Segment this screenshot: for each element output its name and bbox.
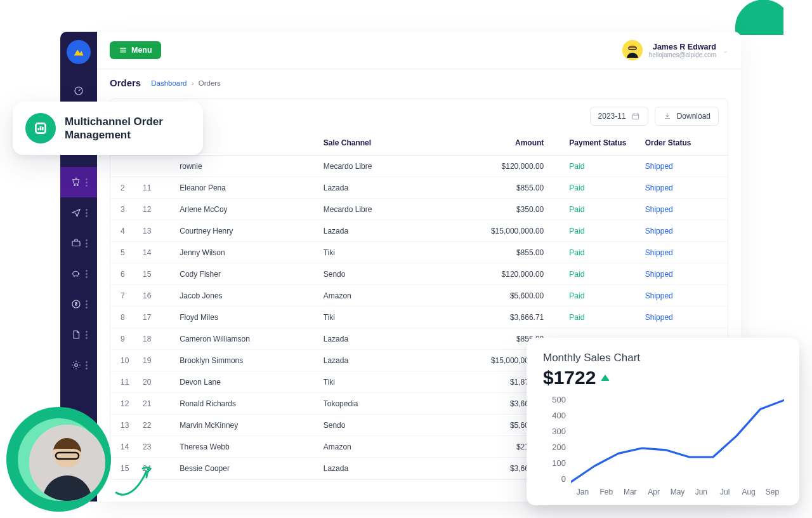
row-index-b: 15 — [136, 263, 173, 285]
menu-button[interactable]: Menu — [110, 41, 161, 59]
file-icon — [70, 329, 82, 340]
table-row[interactable]: 615Cody FisherSendo$120,000.00PaidShippe… — [110, 263, 728, 285]
sidebar-item-orders[interactable] — [60, 167, 97, 197]
row-index-b: 18 — [136, 328, 173, 350]
x-tick: Jun — [690, 488, 713, 496]
more-icon — [86, 239, 88, 248]
row-index-a: 6 — [110, 263, 136, 285]
order-status: Shipped — [639, 156, 728, 177]
sale-channel: Amazon — [317, 285, 447, 307]
amount: $350.00 — [447, 199, 557, 220]
customer-name: Eleanor Pena — [173, 177, 317, 199]
amount: $120,000.00 — [447, 263, 557, 285]
row-index-b: 22 — [136, 415, 173, 436]
more-icon — [86, 300, 88, 309]
sale-channel: Lazada — [317, 177, 447, 199]
gear-icon — [70, 359, 82, 371]
gauge-icon — [73, 85, 84, 96]
sale-channel: Tiki — [317, 371, 447, 393]
chart-bars-icon — [25, 113, 56, 143]
more-icon — [86, 178, 88, 187]
chevron-down-icon: ⌄ — [723, 46, 728, 55]
order-status: Shipped — [639, 177, 728, 199]
sidebar-item-shop[interactable] — [60, 228, 97, 258]
sale-channel: Tiki — [317, 242, 447, 263]
sale-channel: Sendo — [317, 415, 447, 436]
briefcase-icon — [70, 237, 82, 249]
more-icon — [86, 331, 88, 339]
row-index-b: 16 — [136, 285, 173, 307]
sale-channel: Lazada — [317, 458, 447, 479]
sidebar-item-billing[interactable] — [60, 289, 97, 319]
row-index-a: 4 — [110, 220, 136, 242]
page-title: Orders — [110, 77, 141, 88]
sale-channel: Tiki — [317, 307, 447, 328]
download-button[interactable]: Download — [655, 107, 719, 126]
line-chart: 5004003002001000 JanFebMarAprMayJunJulAu… — [543, 395, 784, 496]
table-row[interactable]: 817Floyd MilesTiki$3,666.71PaidShipped — [110, 307, 728, 328]
table-row[interactable]: 514Jenny WilsonTiki$855.00PaidShipped — [110, 242, 728, 263]
more-icon — [86, 209, 88, 217]
user-email: hellojames@alpide.com — [649, 51, 716, 58]
more-icon — [86, 361, 88, 369]
sidebar-item-send[interactable] — [60, 197, 97, 228]
y-tick: 300 — [552, 427, 566, 436]
x-tick: Jul — [713, 488, 737, 496]
sale-channel: Sendo — [317, 263, 447, 285]
breadcrumb-root[interactable]: Dashboard — [151, 79, 187, 87]
sidebar-item-reports[interactable] — [60, 319, 97, 350]
chart-total: $1722 — [543, 367, 596, 388]
th-payment: Payment Status — [556, 132, 638, 156]
customer-name: Bessie Cooper — [173, 458, 317, 479]
row-index-b: 20 — [136, 371, 173, 393]
svg-point-2 — [77, 185, 78, 186]
x-tick: Mar — [619, 488, 642, 496]
table-row[interactable]: 716Jacob JonesAmazon$5,600.00PaidShipped — [110, 285, 728, 307]
row-index-a: 2 — [110, 177, 136, 199]
payment-status: Paid — [556, 242, 638, 263]
table-row[interactable]: 211Eleanor PenaLazada$855.00PaidShipped — [110, 177, 728, 199]
amount: $3,666.71 — [447, 307, 557, 328]
sale-channel: Lazada — [317, 220, 447, 242]
amount: $855.00 — [447, 177, 557, 199]
monthly-sales-card: Monthly Sales Chart $1722 50040030020010… — [527, 338, 799, 505]
hamburger-icon — [119, 46, 128, 55]
testimonial-photo — [6, 394, 124, 512]
customer-name: Floyd Miles — [173, 307, 317, 328]
payment-status: Paid — [556, 199, 638, 220]
y-tick: 100 — [552, 458, 566, 468]
customer-name: Marvin McKinney — [173, 415, 317, 436]
topbar: Menu James R Edward hellojames@alpide.co… — [97, 32, 741, 69]
trend-up-icon — [601, 375, 610, 381]
row-index-a: 10 — [110, 350, 136, 371]
feature-badge: Multichannel OrderManagement — [13, 102, 203, 155]
row-index-b: 17 — [136, 307, 173, 328]
table-row[interactable]: rownieMecardo Libre$120,000.00PaidShippe… — [110, 156, 728, 177]
payment-status: Paid — [556, 220, 638, 242]
page-header: Orders Dashboard › Orders — [97, 69, 741, 92]
sale-channel: Lazada — [317, 328, 447, 350]
breadcrumb: Dashboard › Orders — [151, 79, 221, 87]
sidebar-item-settings[interactable] — [60, 350, 97, 380]
payment-status: Paid — [556, 263, 638, 285]
logo[interactable] — [67, 40, 91, 64]
table-row[interactable]: 413Courtney HenryLazada$15,000,000.00Pai… — [110, 220, 728, 242]
row-index-b: 19 — [136, 350, 173, 371]
customer-name: rownie — [173, 156, 317, 177]
amount: $15,000,000.00 — [447, 220, 557, 242]
row-index-a: 7 — [110, 285, 136, 307]
row-index-b: 13 — [136, 220, 173, 242]
arrow-scribble-icon — [111, 462, 155, 503]
period-picker[interactable]: 2023-11 — [590, 107, 648, 126]
row-index-b: 14 — [136, 242, 173, 263]
user-menu[interactable]: James R Edward hellojames@alpide.com ⌄ — [622, 40, 728, 60]
order-status: Shipped — [639, 307, 728, 328]
sale-channel: Amazon — [317, 436, 447, 458]
order-status: Shipped — [639, 263, 728, 285]
table-row[interactable]: 312Arlene McCoyMecardo Libre$350.00PaidS… — [110, 199, 728, 220]
sidebar-item-savings[interactable] — [60, 258, 97, 289]
payment-status: Paid — [556, 285, 638, 307]
x-tick: Apr — [642, 488, 665, 496]
row-index-a: 3 — [110, 199, 136, 220]
payment-status: Paid — [556, 177, 638, 199]
